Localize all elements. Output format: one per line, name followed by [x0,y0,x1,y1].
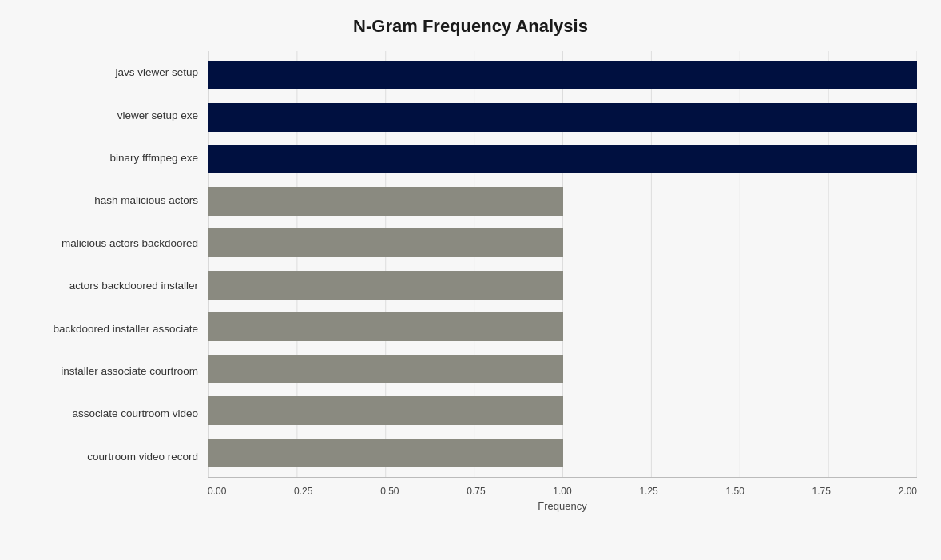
x-tick-label: 1.75 [812,486,831,497]
x-tick-label: 1.50 [725,486,744,497]
bar-item [208,101,917,134]
bar-fill [208,103,917,132]
bar-item [208,268,917,302]
bar-fill [208,271,563,300]
bar-item [208,394,917,427]
bar-item [208,185,917,218]
y-label: associate courtroom video [24,395,208,433]
bar-fill [208,439,563,467]
x-tick-label: 0.75 [467,486,485,497]
y-label: hash malicious actors [24,181,208,220]
x-tick-label: 0.50 [380,486,399,497]
y-label: installer associate courtroom [24,351,208,390]
chart-body: javs viewer setupviewer setup exebinary … [24,51,917,478]
x-tick-label: 1.25 [639,486,657,497]
bar-fill [208,145,917,173]
bar-item [208,352,917,386]
chart-container: N-Gram Frequency Analysis javs viewer se… [0,0,941,560]
y-label: malicious actors backdoored [24,224,208,262]
bar-item [208,436,917,470]
x-axis-area: 0.000.250.500.751.001.251.501.752.00 Fre… [24,481,917,512]
y-label: backdoored installer associate [24,309,208,348]
bar-item [208,226,917,260]
x-axis-ticks: 0.000.250.500.751.001.251.501.752.00 [208,486,917,497]
y-axis-labels: javs viewer setupviewer setup exebinary … [24,51,208,478]
x-tick-label: 1.00 [553,486,571,497]
y-label: javs viewer setup [24,54,208,92]
x-axis-title: Frequency [208,500,917,512]
bar-item [208,58,917,92]
x-tick-label: 0.00 [208,486,226,497]
bar-item [208,142,917,176]
bar-fill [208,187,563,216]
chart-title: N-Gram Frequency Analysis [24,16,917,37]
x-tick-label: 0.25 [294,486,312,497]
y-label: actors backdoored installer [24,267,208,305]
bar-item [208,310,917,344]
bar-fill [208,228,563,257]
x-tick-label: 2.00 [899,486,917,497]
y-label: viewer setup exe [24,96,208,134]
bar-fill [208,355,563,383]
y-label: courtroom video record [24,437,208,475]
bar-fill [208,312,563,341]
bars-column [208,51,917,477]
bar-fill [208,396,563,425]
y-label: binary fffmpeg exe [24,138,208,177]
bar-fill [208,61,917,89]
plot-area [208,51,917,478]
